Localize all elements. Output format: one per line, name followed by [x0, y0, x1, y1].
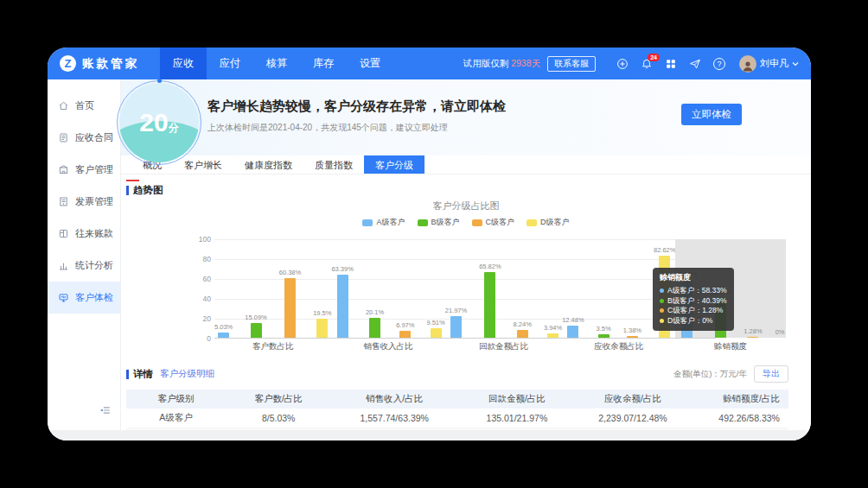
grading-detail-link[interactable]: 客户分级明细: [160, 368, 214, 380]
y-axis-tick: 80: [192, 255, 211, 263]
sidebar-item-home[interactable]: 首页: [48, 90, 120, 122]
bar-D级客户[interactable]: [431, 328, 442, 338]
tooltip-row-text: C级客户：1.28%: [667, 306, 723, 316]
col-header: 应收余额/占比: [577, 393, 689, 405]
detail-section-title: 详情: [126, 368, 153, 381]
bar-column: 3.94%: [544, 324, 562, 338]
sidebar-item-statistics[interactable]: 统计分析: [48, 250, 120, 282]
main-content: 客户增长趋势较慢，客户分级存在异常，请立即体检 上次体检时间是2021-04-2…: [121, 79, 811, 440]
sidebar-item-label: 客户管理: [75, 163, 113, 176]
tooltip-row-text: D级客户：0%: [667, 316, 712, 326]
bar-A级客户[interactable]: [218, 333, 229, 338]
sidebar-item-customer-checkup[interactable]: 客户体检: [48, 282, 120, 314]
bar-C级客户[interactable]: [517, 330, 528, 338]
plus-circle-icon[interactable]: [616, 58, 629, 70]
contact-support-button[interactable]: 联系客服: [547, 56, 596, 72]
bar-value-label: 6.97%: [396, 321, 414, 329]
bar-value-label: 5.03%: [214, 323, 233, 331]
cell-credit-limit: 492.26/58.33%: [689, 413, 788, 423]
bar-D级客户[interactable]: [547, 333, 558, 338]
chart-plot: 5.03%15.09%60.38%19.5%客户数占比63.39%20.1%6.…: [214, 239, 716, 339]
sidebar-item-customer-management[interactable]: 客户管理: [48, 154, 120, 186]
sidebar-item-accounts[interactable]: 往来账款: [48, 218, 120, 250]
tooltip-row: D级客户：0%: [660, 316, 727, 326]
red-indicator: [126, 180, 139, 181]
sidebar-item-label: 往来账款: [75, 227, 113, 240]
bar-column: 0%: [775, 328, 786, 338]
apps-grid-icon[interactable]: [665, 58, 677, 70]
tooltip-series-dot: [660, 288, 664, 293]
bar-value-label: 60.38%: [279, 269, 301, 276]
legend-item[interactable]: D级客户: [527, 217, 570, 228]
bar-B级客户[interactable]: [369, 318, 380, 338]
trend-label: 趋势图: [133, 184, 163, 197]
cell-grade: A级客户: [126, 412, 226, 424]
bar-C级客户[interactable]: [627, 336, 638, 338]
checkup-now-button[interactable]: 立即体检: [681, 104, 742, 125]
sidebar-item-label: 首页: [75, 99, 94, 112]
bar-D级客户[interactable]: [316, 319, 328, 338]
sidebar-collapse-icon[interactable]: [99, 404, 112, 420]
col-header: 回款金额/占比: [457, 393, 577, 405]
app-logo: Z: [60, 55, 76, 72]
nav-receivable[interactable]: 应收: [160, 48, 207, 79]
help-icon[interactable]: ?: [713, 58, 725, 70]
user-menu[interactable]: 刘申凡: [739, 55, 799, 73]
bar-A级客户[interactable]: [567, 326, 578, 338]
invoice-icon: [58, 196, 69, 207]
detail-label: 详情: [133, 368, 153, 381]
legend-item[interactable]: B级客户: [418, 217, 460, 228]
bar-C级客户[interactable]: [284, 278, 296, 338]
bar-B级客户[interactable]: [598, 334, 610, 338]
tab-customer-grading[interactable]: 客户分级: [364, 155, 424, 174]
bar-column: 3.5%: [597, 325, 611, 338]
nav-payable[interactable]: 应付: [207, 48, 253, 79]
y-axis-tick: 40: [192, 295, 211, 303]
nav-settings[interactable]: 设置: [347, 48, 393, 79]
checkup-tabs: 概况 客户增长 健康度指数 质量指数 客户分级: [121, 155, 811, 174]
bar-column: 9.51%: [426, 319, 444, 338]
legend-swatch: [418, 219, 428, 226]
logo-letter: Z: [65, 57, 72, 70]
sidebar-item-receivable-contracts[interactable]: 应收合同: [48, 122, 120, 154]
nav-inventory[interactable]: 库存: [300, 48, 347, 79]
bar-value-label: 3.94%: [544, 324, 562, 332]
topbar-icons: 24 ? 刘申凡: [616, 55, 799, 73]
x-axis-label: 销售收入占比: [331, 341, 444, 352]
col-header: 客户级别: [126, 393, 226, 405]
bar-B级客户[interactable]: [251, 323, 262, 338]
bar-C级客户[interactable]: [747, 337, 758, 338]
legend-item[interactable]: A级客户: [362, 217, 405, 228]
x-axis-label: 回款金额占比: [445, 341, 562, 352]
score-value: 20: [139, 108, 168, 137]
table-row[interactable]: A级客户 8/5.03% 1,557.74/63.39% 135.01/21.9…: [126, 409, 788, 428]
feedback-send-icon[interactable]: [689, 58, 701, 70]
bar-group: 5.03%15.09%60.38%19.5%客户数占比: [214, 239, 331, 338]
home-icon: [58, 100, 69, 111]
bar-value-label: 65.82%: [479, 263, 501, 270]
bar-column: 12.48%: [562, 316, 584, 338]
bar-B级客户[interactable]: [484, 272, 495, 338]
y-axis-tick: 100: [192, 235, 211, 244]
user-name: 刘申凡: [760, 57, 788, 70]
legend-swatch: [362, 219, 373, 226]
export-button[interactable]: 导出: [754, 365, 788, 383]
bar-column: 63.39%: [331, 265, 353, 338]
tooltip-row: A级客户：58.33%: [660, 286, 727, 296]
health-score-badge: 20 分: [117, 80, 201, 165]
tab-quality-index[interactable]: 质量指数: [303, 155, 364, 174]
bar-A级客户[interactable]: [450, 316, 462, 338]
notification-bell-icon[interactable]: 24: [641, 58, 653, 70]
bar-value-label: 82.62%: [654, 246, 675, 254]
tab-health-index[interactable]: 健康度指数: [233, 155, 303, 174]
cell-sales-income: 1,557.74/63.39%: [331, 413, 457, 423]
bar-C级客户[interactable]: [399, 331, 411, 338]
window-footer-strip: [48, 430, 811, 440]
legend-swatch: [527, 219, 537, 226]
bar-value-label: 3.5%: [597, 325, 611, 333]
bar-A级客户[interactable]: [337, 275, 348, 338]
checkup-monitor-icon: [58, 292, 69, 303]
sidebar-item-invoice-management[interactable]: 发票管理: [48, 186, 120, 218]
legend-item[interactable]: C级客户: [472, 217, 515, 228]
nav-accounting[interactable]: 核算: [253, 48, 300, 79]
